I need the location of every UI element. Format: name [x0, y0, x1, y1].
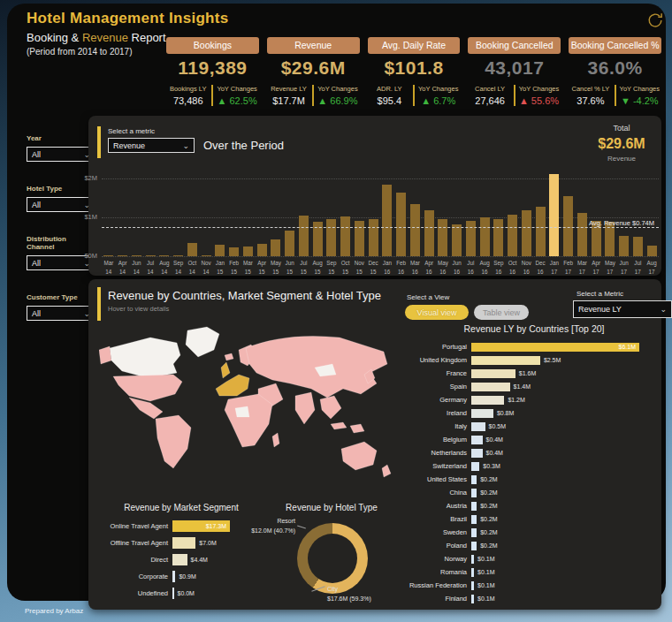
revenue-bar-feb-16[interactable]: [396, 193, 406, 256]
map-region-mexico[interactable]: [129, 398, 163, 419]
map-region-papua[interactable]: [350, 424, 364, 433]
bar-slot: [492, 178, 506, 256]
revenue-bar-dec-15[interactable]: [369, 219, 378, 256]
segment-bar-undefined[interactable]: [172, 588, 174, 599]
revenue-bar-may-15[interactable]: [271, 239, 280, 256]
revenue-bar-jul-15[interactable]: [299, 216, 309, 256]
country-row: Norway $0.1M: [389, 553, 660, 565]
map-region-indonesia[interactable]: [331, 422, 347, 429]
map-region-india[interactable]: [295, 392, 315, 424]
map-region-uk[interactable]: [221, 362, 230, 378]
revenue-bar-mar-16[interactable]: [410, 204, 420, 256]
country-bar-finland[interactable]: [471, 595, 474, 603]
revenue-bar-nov-14[interactable]: [202, 255, 211, 256]
revenue-bar-jun-17[interactable]: [619, 236, 629, 256]
visual-view-button[interactable]: Visual view: [405, 305, 469, 320]
bar-value: $1.6M: [519, 370, 536, 376]
revenue-bar-aug-14[interactable]: [159, 255, 169, 256]
revenue-bar-dec-16[interactable]: [536, 207, 546, 256]
revenue-bar-sep-14[interactable]: [173, 255, 183, 256]
map-region-usa[interactable]: [113, 375, 182, 401]
segment-bar-direct[interactable]: [172, 554, 187, 565]
map-region-new-zealand[interactable]: [382, 465, 391, 477]
country-bar-united-kingdom[interactable]: [471, 356, 540, 365]
filter-customer-type-dropdown[interactable]: All⌄: [27, 306, 95, 321]
country-bar-france[interactable]: [471, 369, 515, 378]
map-region-madagascar[interactable]: [272, 433, 279, 447]
country-bar-sweden[interactable]: [471, 528, 477, 537]
metric-dropdown[interactable]: Revenue LY⌄: [573, 300, 672, 318]
filter-hotel-type-dropdown[interactable]: All⌄: [27, 197, 95, 212]
revenue-bar-jul-16[interactable]: [466, 221, 476, 257]
country-bar-ireland[interactable]: [471, 409, 493, 418]
map-region-australia[interactable]: [341, 442, 377, 470]
country-bar-united-states[interactable]: [471, 475, 477, 484]
revenue-bar-jul-17[interactable]: [633, 237, 643, 256]
revenue-bar-jun-15[interactable]: [285, 231, 294, 256]
revenue-bar-oct-14[interactable]: [187, 243, 197, 256]
map-region-africa[interactable]: [225, 394, 272, 447]
revenue-bar-jan-17[interactable]: [549, 174, 559, 256]
revenue-bar-jun-14[interactable]: [132, 255, 141, 256]
kpi-ly-label: Cancel % LY: [569, 85, 612, 93]
chart-title: Over the Period: [203, 139, 284, 152]
map-region-iceland[interactable]: [225, 353, 233, 360]
revenue-bar-oct-15[interactable]: [340, 216, 350, 256]
bar-slot: [116, 178, 130, 256]
x-tick: Jun16: [450, 259, 464, 277]
kpi-subrow: Cancel LY27,646 YoY Changes▲ 55.6%: [468, 85, 561, 106]
map-region-greenland[interactable]: [186, 327, 219, 357]
revenue-bar-jan-15[interactable]: [215, 245, 225, 256]
hotel-type-donut[interactable]: [297, 523, 368, 594]
revenue-bar-apr-16[interactable]: [424, 210, 434, 256]
bar-slot: [464, 178, 478, 256]
map-region-sahara[interactable]: [235, 406, 249, 417]
map-region-southeast-asia[interactable]: [320, 396, 341, 419]
revenue-bar-mar-14[interactable]: [103, 255, 113, 256]
kpi-yoy-label: YoY Changes: [215, 85, 258, 93]
country-bar-romania[interactable]: [471, 568, 474, 577]
revenue-bar-mar-15[interactable]: [243, 247, 253, 256]
country-bar-switzerland[interactable]: [471, 462, 479, 471]
country-bar-poland[interactable]: [471, 542, 477, 550]
segment-bar-corporate[interactable]: [172, 571, 175, 582]
country-bar-germany[interactable]: [471, 396, 504, 405]
revenue-bar-sep-15[interactable]: [326, 219, 336, 256]
revenue-bar-oct-16[interactable]: [508, 215, 517, 256]
country-bar-norway[interactable]: [471, 555, 474, 564]
revenue-bar-aug-17[interactable]: [647, 246, 657, 256]
country-row: Romania $0.1M: [389, 566, 660, 578]
revenue-bar-apr-14[interactable]: [118, 255, 127, 256]
country-bar-spain[interactable]: [471, 383, 510, 391]
country-bar-italy[interactable]: [471, 422, 485, 431]
refresh-icon[interactable]: [645, 11, 665, 30]
country-bar-russian-federation[interactable]: [471, 581, 474, 590]
revenue-bar-aug-16[interactable]: [480, 217, 490, 256]
revenue-bar-feb-15[interactable]: [229, 247, 239, 256]
filter-year-dropdown[interactable]: All⌄: [27, 147, 95, 162]
world-map[interactable]: [99, 323, 398, 500]
country-bar-belgium[interactable]: [471, 436, 483, 444]
country-bar-portugal[interactable]: $6.1M: [471, 343, 639, 352]
revenue-bar-jun-16[interactable]: [452, 224, 462, 256]
country-bar-brazil[interactable]: [471, 515, 477, 524]
revenue-bar-jul-14[interactable]: [146, 255, 156, 256]
revenue-bar-nov-16[interactable]: [522, 210, 531, 256]
revenue-bar-jan-16[interactable]: [382, 185, 392, 256]
map-region-south-america[interactable]: [156, 415, 191, 468]
country-bar-netherlands[interactable]: [471, 449, 483, 458]
revenue-bar-apr-15[interactable]: [257, 244, 267, 257]
country-bar-china[interactable]: [471, 489, 477, 497]
map-region-alaska[interactable]: [99, 346, 111, 364]
country-bar-austria[interactable]: [471, 502, 477, 511]
map-region-canada[interactable]: [110, 338, 180, 378]
segment-bar-offline-travel-agent[interactable]: [172, 537, 195, 549]
revenue-bar-sep-16[interactable]: [493, 219, 503, 256]
metric-dropdown[interactable]: Revenue⌄: [108, 138, 195, 153]
revenue-bar-may-16[interactable]: [438, 219, 447, 256]
table-view-button[interactable]: Table view: [474, 305, 529, 320]
x-tick: Mar16: [409, 259, 423, 277]
bar-slot: [533, 178, 547, 256]
x-axis-labels: Mar14Apr14Jun14Jul14Aug14Sep14Oct14Nov14…: [102, 259, 659, 277]
map-region-western-europe[interactable]: [216, 375, 249, 396]
